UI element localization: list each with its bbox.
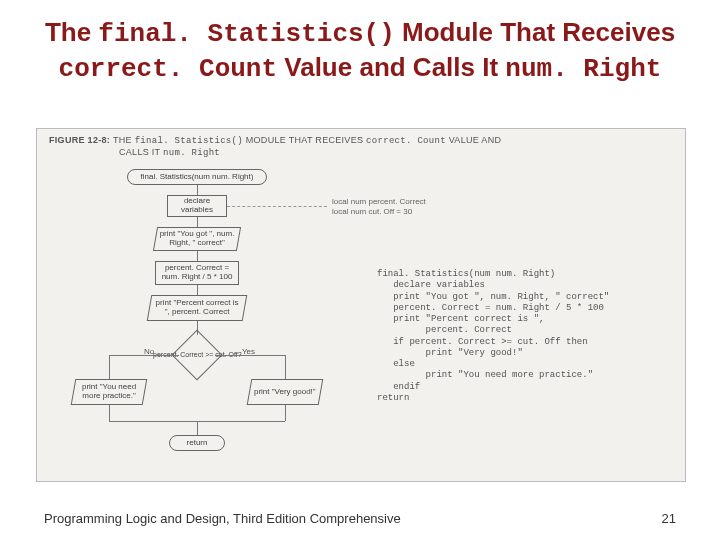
connector xyxy=(285,405,286,421)
figcap-prefix: FIGURE 12-8: xyxy=(49,135,113,145)
pseudocode-block: final. Statistics(num num. Right) declar… xyxy=(377,269,667,404)
figcap-m2: correct. Count xyxy=(366,136,446,146)
title-code3: num. Right xyxy=(505,54,661,84)
connector xyxy=(197,251,198,261)
title-code2: correct. Count xyxy=(59,54,277,84)
flow-declare-text: declare variables xyxy=(171,197,223,215)
title-part1: The xyxy=(45,17,98,47)
flow-print2-text: print "Percent correct is ", percent. Co… xyxy=(153,299,241,317)
flow-return-text: return xyxy=(187,439,208,448)
connector xyxy=(109,355,110,379)
flowchart: final. Statistics(num num. Right) declar… xyxy=(37,169,377,479)
dash-connector xyxy=(227,206,327,207)
flow-print2: print "Percent correct is ", percent. Co… xyxy=(147,295,248,321)
figcap-l2a: CALLS IT xyxy=(119,147,163,157)
figure-caption: FIGURE 12-8: THE final. Statistics() MOD… xyxy=(49,135,673,160)
title-code1: final. Statistics() xyxy=(98,19,394,49)
title-part2: Module That Receives xyxy=(395,17,675,47)
connector xyxy=(197,421,198,435)
flow-start: final. Statistics(num num. Right) xyxy=(127,169,267,185)
flow-print-yes: print "Very good!" xyxy=(247,379,324,405)
figcap-l1a: THE xyxy=(113,135,135,145)
connector xyxy=(215,355,285,356)
flow-declare: declare variables xyxy=(167,195,227,217)
figcap-m3: num. Right xyxy=(163,148,220,158)
flow-return: return xyxy=(169,435,225,451)
figcap-l1c: VALUE AND xyxy=(446,135,501,145)
connector xyxy=(109,355,179,356)
flow-print1: print "You got ", num. Right, " correct" xyxy=(153,227,241,251)
connector xyxy=(109,405,110,421)
flow-calc-text: percent. Correct = num. Right / 5 * 100 xyxy=(159,264,235,282)
connector xyxy=(285,355,286,379)
flow-print-yes-text: print "Very good!" xyxy=(254,388,316,397)
slide-title: The final. Statistics() Module That Rece… xyxy=(0,0,720,93)
footer-text: Programming Logic and Design, Third Edit… xyxy=(44,511,401,526)
flow-print-no: print "You need more practice." xyxy=(71,379,148,405)
flow-start-text: final. Statistics(num num. Right) xyxy=(141,173,254,182)
connector xyxy=(197,217,198,227)
flow-sidenote: local num percent. Correct local num cut… xyxy=(332,197,472,216)
flow-calc: percent. Correct = num. Right / 5 * 100 xyxy=(155,261,239,285)
connector xyxy=(197,285,198,295)
figcap-l1b: MODULE THAT RECEIVES xyxy=(243,135,366,145)
connector xyxy=(197,185,198,195)
flow-print1-text: print "You got ", num. Right, " correct" xyxy=(159,230,235,248)
figure-area: FIGURE 12-8: THE final. Statistics() MOD… xyxy=(36,128,686,482)
footer: Programming Logic and Design, Third Edit… xyxy=(44,511,676,526)
page-number: 21 xyxy=(662,511,676,526)
figcap-m1: final. Statistics() xyxy=(135,136,243,146)
flow-print-no-text: print "You need more practice." xyxy=(77,383,141,401)
title-part3: Value and Calls It xyxy=(277,52,505,82)
